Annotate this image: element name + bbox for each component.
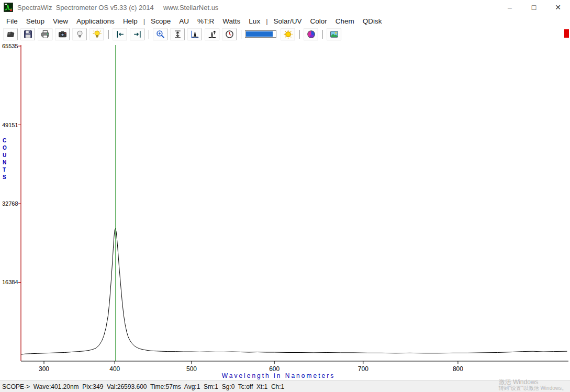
print-button[interactable]: [38, 28, 52, 40]
light-bulb-icon: [92, 29, 102, 39]
color-wheel-icon: [306, 29, 316, 39]
dark-bulb-icon: [75, 29, 85, 39]
x-tick-label: 300: [39, 365, 49, 373]
sun-icon: [283, 29, 293, 39]
menu-item-view[interactable]: View: [49, 16, 72, 26]
menu-item-setup[interactable]: Setup: [22, 16, 49, 26]
y-axis-title-letter: T: [3, 167, 6, 173]
title-bar: SpectraWiz Spectrometer OS v5.33 (c) 201…: [0, 0, 570, 15]
print-icon: [40, 29, 50, 39]
toolbar-separator: [149, 30, 149, 39]
shift-left-icon: [115, 29, 125, 39]
y-axis-title-letter: U: [3, 152, 6, 158]
y-axis-title-letter: C: [3, 138, 6, 143]
open-file-icon: [6, 29, 16, 39]
shift-right-button[interactable]: [130, 28, 144, 40]
menu-item-applications[interactable]: Applications: [72, 16, 119, 26]
peak-hold-button[interactable]: [205, 28, 219, 40]
y-tick-label: 65535: [2, 43, 18, 49]
spectrum-trace: [21, 229, 567, 355]
camera-icon: [58, 29, 68, 39]
overlay-spectrum-icon: [190, 29, 200, 39]
y-tick-label: 49151: [2, 122, 18, 128]
save-icon: [23, 29, 33, 39]
image-button[interactable]: [327, 28, 341, 40]
autoscale-button[interactable]: [170, 28, 185, 40]
open-file-button[interactable]: [3, 28, 18, 40]
menu-item-scope[interactable]: Scope: [147, 16, 175, 26]
menu-item-lux[interactable]: Lux: [244, 16, 264, 26]
minimize-button[interactable]: –: [498, 0, 522, 15]
menu-item-help[interactable]: Help: [119, 16, 142, 26]
signal-progress-bar: [245, 30, 276, 38]
menu-item-qdisk[interactable]: QDisk: [359, 16, 386, 26]
x-tick-label: 600: [269, 365, 280, 373]
menu-item-color[interactable]: Color: [306, 16, 331, 26]
toolbar-right-red-marker: [564, 29, 569, 38]
menu-item-chem[interactable]: Chem: [331, 16, 359, 26]
menu-separator: |: [142, 17, 147, 25]
overlay-spectrum-button[interactable]: [187, 28, 202, 40]
menu-item-solar-uv[interactable]: Solar/UV: [270, 16, 306, 26]
dark-reference-button[interactable]: [72, 28, 87, 40]
x-axis-title: Wavelength in Nanometers: [222, 372, 335, 379]
menu-item--t-r[interactable]: %T:R: [193, 16, 218, 26]
timer-clock-icon: [225, 29, 234, 39]
menu-item-file[interactable]: File: [2, 16, 22, 26]
autoscale-icon: [173, 29, 183, 39]
y-axis-title-letter: O: [3, 145, 7, 151]
sun-button[interactable]: [281, 28, 295, 40]
zoom-in-button[interactable]: [153, 28, 167, 40]
y-tick-label: 16384: [2, 279, 18, 285]
window-controls: – □ ✕: [498, 0, 570, 15]
status-readout: SCOPE-> Wave:401.20nm Pix:349 Val:26593.…: [0, 383, 284, 390]
signal-progress-fill: [246, 31, 273, 37]
close-button[interactable]: ✕: [546, 0, 570, 15]
menu-item-watts[interactable]: Watts: [218, 16, 244, 26]
light-reference-button[interactable]: [90, 28, 104, 40]
camera-button[interactable]: [55, 28, 70, 40]
menu-item-au[interactable]: AU: [175, 16, 193, 26]
image-icon: [329, 29, 339, 39]
menu-separator: |: [264, 17, 269, 25]
spectrum-chart-area: 65535491513276816384300400500600700800CO…: [0, 41, 570, 380]
y-axis-title-letter: S: [3, 174, 6, 180]
toolbar-separator: [322, 30, 323, 39]
x-tick-label: 400: [109, 365, 120, 373]
zoom-in-icon: [155, 29, 165, 39]
status-bar: SCOPE-> Wave:401.20nm Pix:349 Val:26593.…: [0, 380, 570, 392]
window-title: SpectraWiz Spectrometer OS v5.33 (c) 201…: [17, 4, 218, 12]
peak-hold-icon: [207, 29, 217, 39]
integration-time-button[interactable]: [222, 28, 237, 40]
spectrum-chart[interactable]: 65535491513276816384300400500600700800CO…: [0, 41, 570, 380]
shift-right-icon: [132, 29, 142, 39]
x-tick-label: 700: [358, 365, 368, 373]
y-tick-label: 32768: [2, 200, 18, 207]
save-button[interactable]: [20, 28, 35, 40]
toolbar-separator: [241, 30, 241, 39]
menu-bar: FileSetupViewApplicationsHelp|ScopeAU%T:…: [0, 15, 570, 27]
maximize-button[interactable]: □: [522, 0, 546, 15]
x-tick-label: 500: [186, 365, 197, 373]
color-wheel-button[interactable]: [304, 28, 318, 40]
x-tick-label: 800: [453, 365, 463, 373]
toolbar-separator: [108, 30, 109, 39]
toolbar-separator: [299, 30, 300, 39]
y-axis-title-letter: N: [3, 160, 6, 165]
app-icon: [4, 3, 13, 12]
shift-left-button[interactable]: [113, 28, 127, 40]
toolbar: [0, 27, 570, 41]
